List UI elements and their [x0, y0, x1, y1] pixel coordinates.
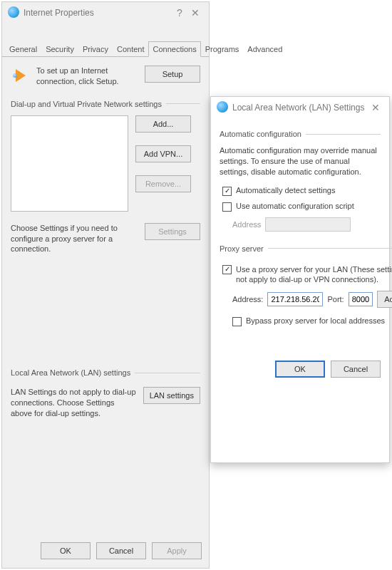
bypass-local-label: Bypass proxy server for local addresses [246, 316, 385, 325]
add-button[interactable]: Add... [135, 115, 191, 133]
auto-script-label: Use automatic configuration script [236, 202, 354, 210]
settings-help-text: Choose Settings if you need to configure… [11, 223, 138, 255]
lan-bottom-bar: OK Cancel [211, 351, 389, 388]
setup-text: To set up an Internet connection, click … [36, 66, 139, 87]
tab-connections[interactable]: Connections [148, 41, 200, 57]
proxy-address-input[interactable] [267, 292, 323, 306]
lan-titlebar: Local Area Network (LAN) Settings ✕ [211, 97, 389, 118]
ip-tabs: General Security Privacy Content Connect… [2, 41, 209, 57]
close-button[interactable]: ✕ [368, 102, 383, 113]
lan-settings-window: Local Area Network (LAN) Settings ✕ Auto… [210, 96, 390, 463]
ip-titlebar: Internet Properties ? ✕ [2, 2, 209, 24]
cancel-button[interactable]: Cancel [96, 542, 146, 559]
bypass-local-checkbox[interactable] [232, 317, 242, 326]
auto-detect-label: Automatically detect settings [236, 186, 335, 195]
use-proxy-checkbox[interactable] [222, 265, 232, 274]
tab-programs[interactable]: Programs [201, 41, 244, 57]
remove-button[interactable]: Remove... [135, 175, 191, 192]
setup-arrow-icon [11, 66, 31, 86]
proxy-port-label: Port: [327, 295, 344, 304]
auto-config-desc: Automatic configuration may override man… [220, 145, 381, 177]
auto-detect-checkbox[interactable] [222, 187, 232, 196]
tab-advanced[interactable]: Advanced [243, 41, 287, 57]
settings-button[interactable]: Settings [145, 223, 200, 240]
script-address-label: Address [232, 220, 261, 229]
dvpn-listbox[interactable] [11, 115, 128, 212]
dvpn-legend: Dial-up and Virtual Private Network sett… [11, 100, 166, 108]
auto-config-fieldset: Automatic configuration Automatic config… [220, 130, 381, 233]
lan-cancel-button[interactable]: Cancel [331, 361, 381, 378]
proxy-address-label: Address: [232, 295, 263, 304]
proxy-legend: Proxy server [220, 244, 268, 253]
setup-button[interactable]: Setup [145, 66, 200, 83]
ok-button[interactable]: OK [41, 542, 91, 559]
close-button[interactable]: ✕ [187, 7, 203, 19]
tab-general[interactable]: General [5, 41, 41, 57]
script-address-input [265, 217, 351, 232]
proxy-port-input[interactable] [349, 292, 373, 306]
lan-help-text: LAN Settings do not apply to dial-up con… [11, 387, 136, 419]
globe-icon [217, 101, 228, 115]
auto-config-legend: Automatic configuration [220, 130, 306, 138]
tab-security[interactable]: Security [41, 41, 78, 57]
use-proxy-label: Use a proxy server for your LAN (These s… [236, 264, 392, 286]
help-button[interactable]: ? [172, 7, 187, 19]
lan-fieldset: Local Area Network (LAN) settings LAN Se… [11, 368, 200, 419]
lan-legend: Local Area Network (LAN) settings [11, 368, 135, 377]
globe-icon [8, 6, 19, 20]
add-vpn-button[interactable]: Add VPN... [135, 145, 191, 162]
lan-settings-button[interactable]: LAN settings [143, 387, 200, 404]
connections-pane: To set up an Internet connection, click … [2, 57, 209, 435]
lan-title: Local Area Network (LAN) Settings [232, 103, 364, 113]
tab-content[interactable]: Content [113, 41, 149, 57]
ip-title: Internet Properties [24, 8, 94, 18]
apply-button[interactable]: Apply [152, 542, 202, 559]
advanced-button[interactable]: Advanced [377, 291, 392, 308]
dvpn-fieldset: Dial-up and Virtual Private Network sett… [11, 100, 200, 255]
ip-bottom-bar: OK Cancel Apply [2, 535, 209, 568]
lan-ok-button[interactable]: OK [275, 361, 325, 378]
internet-properties-window: Internet Properties ? ✕ General Security… [1, 1, 210, 569]
lan-content: Automatic configuration Automatic config… [211, 118, 389, 351]
proxy-fieldset: Proxy server Use a proxy server for your… [220, 244, 392, 333]
auto-script-checkbox[interactable] [222, 202, 232, 212]
tab-privacy[interactable]: Privacy [78, 41, 113, 57]
